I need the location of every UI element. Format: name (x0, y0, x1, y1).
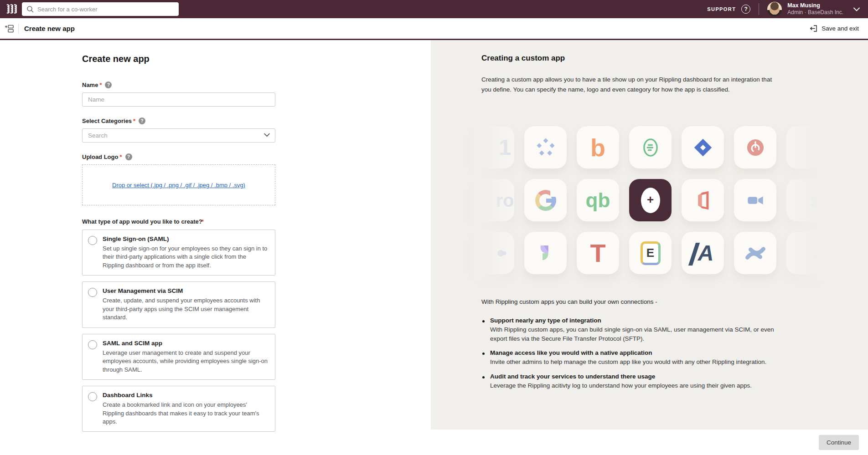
option-description: Create, update, and suspend your employe… (103, 297, 269, 322)
option-title: Dashboard Links (103, 392, 269, 399)
checklist-add-icon[interactable] (5, 24, 15, 34)
top-navigation-bar: SUPPORT ? Max Musing Admin · BaseDash In… (0, 0, 868, 18)
help-icon[interactable]: ? (741, 5, 750, 14)
grid-right-fade (780, 121, 840, 283)
name-help-icon[interactable]: ? (105, 82, 112, 88)
curved-cross-icon (743, 241, 768, 266)
app-type-question: What type of app would you like to creat… (82, 218, 202, 225)
google-g-icon (535, 190, 556, 211)
bullet-title: Manage access like you would with a nati… (490, 349, 766, 356)
bullet-title: Audit and track your services to underst… (490, 373, 752, 380)
page-title: Create new app (24, 25, 75, 32)
option-dashboard-links[interactable]: Dashboard Links Create a bookmarked link… (82, 386, 275, 432)
option-description: Leverage user management to create and s… (103, 349, 269, 374)
app-tile-b: b (577, 126, 619, 169)
radio-button[interactable] (88, 392, 97, 401)
option-user-management-scim[interactable]: User Management via SCIM Create, update,… (82, 281, 275, 327)
jira-diamond-icon (691, 136, 715, 159)
app-tile-quickbooks: qb (577, 179, 619, 221)
rippling-logo-icon (5, 4, 17, 15)
app-tile-e: E (629, 232, 672, 274)
aside-heading: Creating a custom app (481, 54, 780, 63)
office-icon (691, 188, 715, 213)
app-tile-diamond-star (524, 126, 567, 169)
bullet-description: Leverage the Rippling acitivty log to un… (490, 381, 752, 390)
footer-bar: Continue (0, 429, 868, 455)
option-single-sign-on-saml[interactable]: Single Sign-on (SAML) Set up single sign… (82, 230, 275, 276)
continue-button[interactable]: Continue (819, 435, 859, 450)
upload-logo-label: Upload Logo (82, 153, 118, 160)
option-title: User Management via SCIM (103, 287, 269, 294)
diamond-star-icon (534, 136, 557, 159)
page-header: Create new app Save and exit (0, 18, 868, 40)
categories-select[interactable] (82, 128, 275, 143)
oval-list-icon (639, 135, 662, 160)
letter-e-box-icon: E (641, 241, 661, 265)
app-tile-confluence (734, 232, 776, 274)
name-input[interactable] (82, 92, 275, 107)
bullet-dot (482, 376, 485, 378)
bullet-dot (482, 353, 485, 355)
exit-icon (809, 24, 818, 33)
bullet-description: Invite other admins to help manage the c… (490, 358, 766, 367)
categories-search-input[interactable] (82, 128, 275, 143)
chevron-down-icon[interactable] (853, 7, 860, 11)
option-description: Set up single sign-on for your employees… (103, 245, 269, 270)
letter-b-icon: b (590, 135, 605, 160)
user-name: Max Musing (787, 2, 843, 10)
user-role: Admin · BaseDash Inc. (787, 9, 843, 16)
radio-button[interactable] (88, 236, 97, 245)
create-app-form-panel: Create new app Name* ? Select Categories… (0, 40, 431, 429)
app-tile-t: T (577, 232, 619, 274)
support-link[interactable]: SUPPORT (707, 6, 736, 12)
radio-button[interactable] (88, 340, 97, 349)
required-asterisk: * (133, 118, 135, 124)
video-camera-icon (743, 189, 768, 211)
plus-icon: + (641, 188, 660, 213)
app-tile-leaf (524, 232, 567, 274)
list-item: Support nearly any type of integration W… (481, 317, 780, 343)
required-asterisk: * (119, 153, 122, 160)
upload-help-icon[interactable]: ? (125, 153, 132, 160)
categories-label: Select Categories (82, 118, 132, 124)
topbar-divider (759, 3, 759, 15)
name-label: Name (82, 82, 98, 88)
option-title: SAML and SCIM app (103, 340, 269, 347)
app-tile-power (734, 126, 776, 169)
radio-button[interactable] (88, 288, 97, 297)
option-description: Create a bookmarked link and icon on you… (103, 401, 269, 426)
required-asterisk: * (202, 218, 204, 225)
grid-left-fade (471, 121, 511, 283)
form-heading: Create new app (82, 54, 275, 64)
required-asterisk: * (99, 82, 102, 88)
app-tile-video (734, 179, 776, 221)
app-tile-a: A (682, 232, 724, 274)
list-item: Manage access like you would with a nati… (481, 349, 780, 367)
benefits-list: Support nearly any type of integration W… (481, 317, 780, 390)
option-saml-and-scim[interactable]: SAML and SCIM app Leverage user manageme… (82, 334, 275, 380)
save-and-exit-label: Save and exit (822, 25, 859, 32)
bullet-dot (482, 320, 485, 322)
bullet-description: With Rippling custom apps, you can build… (490, 325, 780, 343)
letter-t-icon: T (590, 240, 605, 266)
user-menu[interactable]: Max Musing Admin · BaseDash Inc. (787, 2, 843, 16)
user-avatar[interactable] (767, 2, 782, 16)
option-title: Single Sign-on (SAML) (103, 235, 269, 242)
aside-intro: Creating a custom app allows you to have… (481, 75, 780, 94)
connections-line: With Rippling custom apps you can build … (481, 298, 780, 305)
power-button-icon (744, 136, 767, 159)
logo-dropzone[interactable]: Drop or select (.jpg / .png / .gif / .jp… (82, 164, 275, 205)
qb-letters-icon: qb (586, 190, 610, 210)
coworker-search-box[interactable] (22, 2, 179, 16)
header-divider (18, 24, 19, 34)
leaf-quill-icon (534, 240, 558, 266)
save-and-exit-button[interactable]: Save and exit (809, 24, 859, 33)
drop-or-select-link[interactable]: Drop or select (.jpg / .png / .gif / .jp… (112, 182, 245, 189)
categories-help-icon[interactable]: ? (139, 118, 145, 124)
list-item: Audit and track your services to underst… (481, 373, 780, 390)
app-tile-google (524, 179, 567, 221)
app-tile-office (682, 179, 724, 221)
app-tile-green-oval (629, 126, 672, 169)
search-input[interactable] (37, 6, 174, 13)
bullet-title: Support nearly any type of integration (490, 317, 780, 324)
